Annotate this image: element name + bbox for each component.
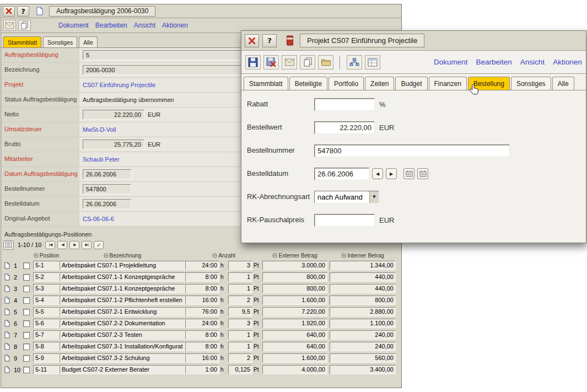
umsatzsteuer-link[interactable]: MwSt-D-Voll bbox=[83, 126, 116, 133]
tab-stammblatt[interactable]: Stammblatt bbox=[3, 36, 41, 47]
field-label: Mitarbeiter bbox=[1, 152, 79, 167]
cell-externer-betrag: 1.920,00 bbox=[262, 319, 327, 328]
unit-hours: h bbox=[219, 367, 228, 373]
hierarchy-button[interactable] bbox=[347, 55, 362, 69]
menu-item-dokument[interactable]: Dokument bbox=[58, 22, 89, 29]
menu-item-ansicht[interactable]: Ansicht bbox=[520, 58, 545, 66]
sort-icon[interactable] bbox=[341, 253, 346, 258]
menu-item-bearbeiten[interactable]: Bearbeiten bbox=[95, 22, 127, 29]
list-button[interactable] bbox=[3, 240, 14, 250]
mitarbeiter-link[interactable]: Schaub Peter bbox=[83, 156, 120, 163]
sort-icon[interactable] bbox=[104, 253, 109, 258]
open-item-icon[interactable] bbox=[2, 343, 12, 350]
open-item-icon[interactable] bbox=[2, 285, 12, 292]
bestellnummer-input[interactable] bbox=[314, 144, 510, 157]
row-checkbox[interactable] bbox=[23, 355, 30, 362]
first-page-button[interactable]: |◀ bbox=[45, 241, 55, 249]
row-checkbox[interactable] bbox=[23, 320, 30, 327]
unit-pt: Pt bbox=[252, 332, 262, 338]
bestellwert-input[interactable] bbox=[314, 121, 375, 134]
help-button[interactable]: ? bbox=[262, 34, 277, 47]
cell-bezeichnung: Arbeitspaket CS07.1-2 Pflichtenheft erst… bbox=[60, 296, 185, 305]
next-page-button[interactable]: ▶ bbox=[69, 241, 79, 249]
menu-item-aktionen[interactable]: Aktionen bbox=[553, 58, 582, 66]
row-checkbox[interactable] bbox=[23, 297, 30, 304]
cell-interner-betrag: 800,00 bbox=[330, 296, 396, 305]
close-button[interactable] bbox=[245, 34, 259, 47]
tab-beteiligte[interactable]: Beteiligte bbox=[289, 77, 327, 90]
sort-icon[interactable] bbox=[272, 253, 277, 258]
menu-item-dokument[interactable]: Dokument bbox=[434, 58, 468, 66]
last-page-button[interactable]: ▶| bbox=[82, 241, 91, 249]
eur-label: EUR bbox=[379, 123, 394, 132]
tab-alle[interactable]: Alle bbox=[552, 77, 574, 90]
rabatt-input[interactable] bbox=[314, 98, 375, 111]
row-checkbox[interactable] bbox=[23, 343, 30, 350]
help-button[interactable]: ? bbox=[17, 6, 29, 17]
open-item-icon[interactable] bbox=[2, 320, 12, 327]
calendar-button[interactable] bbox=[403, 168, 414, 179]
tab-sonstiges[interactable]: Sonstiges bbox=[43, 36, 77, 47]
tab-budget[interactable]: Budget bbox=[395, 77, 427, 90]
field-row-bestellnummer: Bestellnummer bbox=[247, 139, 580, 162]
delete-button[interactable] bbox=[263, 55, 279, 69]
titlebar: ? Auftragsbestätigung 2006-0030 bbox=[1, 4, 401, 18]
menu-item-ansicht[interactable]: Ansicht bbox=[134, 22, 155, 29]
tab-bestellung[interactable]: Bestellung bbox=[468, 77, 510, 90]
row-number: 7 bbox=[12, 332, 23, 339]
menu-item-aktionen[interactable]: Aktionen bbox=[162, 22, 188, 29]
pagination-range: 1-10 / 10 bbox=[18, 241, 41, 248]
select-all-button[interactable]: ✓ bbox=[94, 241, 104, 249]
field-label: Brutto bbox=[1, 137, 79, 152]
close-button[interactable] bbox=[3, 6, 15, 17]
rk-abrechnungsart-select[interactable]: nach Aufwand ▼ bbox=[314, 191, 379, 203]
tab-portfolio[interactable]: Portfolio bbox=[328, 77, 364, 90]
row-checkbox[interactable] bbox=[23, 262, 30, 269]
prev-page-button[interactable]: ◀ bbox=[57, 241, 67, 249]
cell-externer-betrag: 4.000,00 bbox=[262, 365, 327, 374]
cell-bezeichnung: Budget CS07-2 Externer Berater bbox=[60, 365, 185, 374]
mail-button[interactable] bbox=[282, 55, 297, 69]
open-item-icon[interactable] bbox=[2, 308, 12, 315]
sort-icon[interactable] bbox=[34, 253, 39, 258]
report-button[interactable] bbox=[365, 55, 380, 69]
open-item-icon[interactable] bbox=[2, 366, 12, 373]
open-item-icon[interactable] bbox=[2, 273, 12, 281]
sort-icon[interactable] bbox=[212, 253, 217, 258]
bestelldatum-input[interactable] bbox=[314, 168, 369, 180]
row-checkbox[interactable] bbox=[23, 309, 30, 315]
tab-stammblatt[interactable]: Stammblatt bbox=[244, 77, 288, 90]
cell-pt: 1 bbox=[228, 330, 252, 340]
rk-pauschalpreis-input[interactable] bbox=[314, 214, 375, 227]
date-next-button[interactable]: ▶ bbox=[386, 168, 397, 179]
cell-pt: 2 bbox=[228, 296, 252, 305]
field-value-box: 26.06.2006 bbox=[83, 199, 131, 209]
row-checkbox[interactable] bbox=[23, 274, 30, 281]
date-prev-button[interactable]: ◀ bbox=[372, 168, 383, 179]
row-checkbox[interactable] bbox=[23, 332, 30, 339]
row-checkbox[interactable] bbox=[23, 367, 30, 373]
copy-button[interactable] bbox=[18, 20, 31, 31]
tab-finanzen[interactable]: Finanzen bbox=[429, 77, 467, 90]
open-item-icon[interactable] bbox=[2, 355, 12, 362]
tab-zeiten[interactable]: Zeiten bbox=[365, 77, 394, 90]
cell-hours: 8:00 bbox=[185, 330, 219, 340]
row-number: 2 bbox=[12, 274, 23, 281]
save-button[interactable] bbox=[245, 55, 261, 69]
projekt-link[interactable]: CS07 Einführung Projectile bbox=[83, 82, 155, 88]
tab-sonstiges[interactable]: Sonstiges bbox=[511, 77, 551, 90]
hierarchy-icon bbox=[349, 58, 359, 67]
row-checkbox[interactable] bbox=[23, 286, 30, 292]
open-item-icon[interactable] bbox=[2, 331, 12, 339]
open-item-icon[interactable] bbox=[2, 297, 12, 304]
folder-button[interactable] bbox=[318, 55, 333, 69]
mail-button[interactable] bbox=[3, 20, 16, 31]
open-item-icon[interactable] bbox=[2, 262, 12, 269]
calendar-alt-button[interactable] bbox=[417, 168, 428, 179]
field-label: Projekt bbox=[1, 78, 79, 92]
menu-item-bearbeiten[interactable]: Bearbeiten bbox=[476, 58, 512, 66]
field-row-rabatt: Rabatt % bbox=[247, 93, 580, 116]
original-angebot-link[interactable]: CS-06-06-6 bbox=[83, 216, 114, 222]
copy-button[interactable] bbox=[300, 55, 315, 69]
tab-alle[interactable]: Alle bbox=[79, 36, 98, 47]
